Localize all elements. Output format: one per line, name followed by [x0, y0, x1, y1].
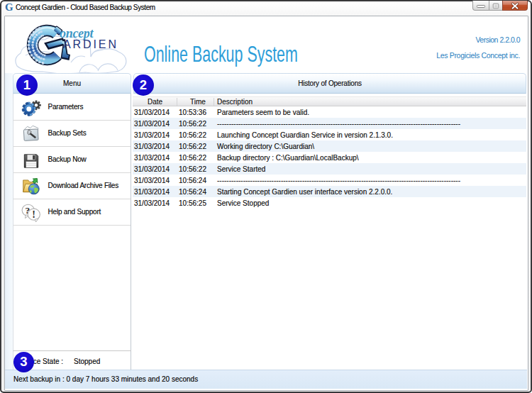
svg-text:!: ! [32, 209, 35, 220]
svg-text:ARDIEN: ARDIEN [63, 38, 118, 50]
